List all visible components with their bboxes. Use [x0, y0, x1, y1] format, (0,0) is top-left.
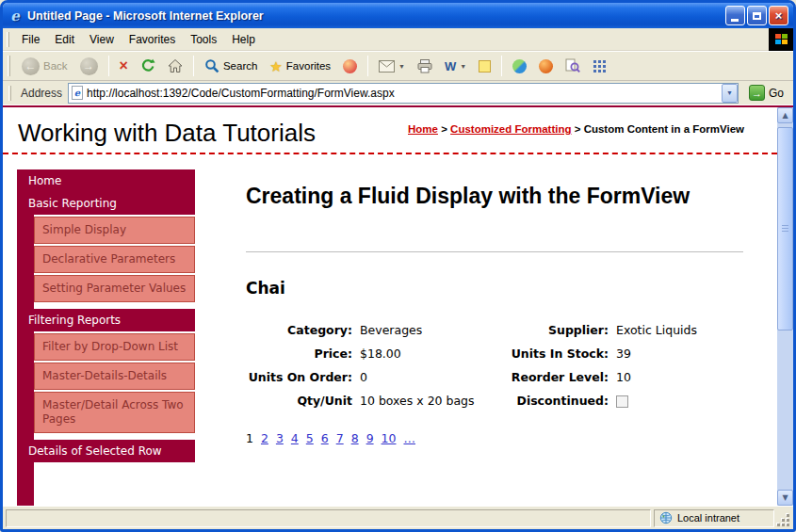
product-details: Category: Beverages Supplier: Exotic Liq… — [246, 322, 743, 409]
menu-file[interactable]: File — [15, 30, 46, 49]
stop-icon: × — [120, 58, 128, 73]
field-value: 39 — [613, 346, 743, 362]
windows-logo — [769, 28, 793, 51]
sidebar-item-master-detail-across-two-pages[interactable]: Master/Detail Across Two Pages — [34, 392, 195, 433]
mail-icon — [379, 60, 395, 73]
scrollbar-track[interactable] — [777, 123, 793, 490]
breadcrumb-link-customized-formatting[interactable]: Customized Formatting — [450, 123, 571, 135]
sidebar-item-home[interactable]: Home — [17, 169, 195, 192]
refresh-button[interactable] — [136, 56, 160, 75]
scroll-down-button[interactable]: ▼ — [777, 490, 793, 506]
field-label: Supplier: — [508, 322, 613, 338]
mail-button[interactable]: ▼ — [374, 58, 410, 74]
edit-button[interactable]: W ▼ — [440, 57, 471, 75]
sidebar-item-filter-by-drop-down-list[interactable]: Filter by Drop-Down List — [34, 333, 195, 361]
field-label: Reorder Level: — [508, 369, 613, 385]
media-addon-button[interactable] — [534, 57, 558, 75]
window-controls: × — [725, 6, 788, 25]
breadcrumb-separator: > — [441, 123, 447, 135]
pager-link[interactable]: 5 — [306, 431, 314, 445]
favorites-button[interactable]: ★ Favorites — [265, 57, 335, 75]
pager-link[interactable]: 4 — [291, 431, 299, 445]
sidebar-item-filtering-reports[interactable]: Filtering Reports — [17, 309, 195, 331]
resize-grip[interactable] — [777, 509, 790, 527]
toolbar-drag-handle[interactable] — [8, 86, 11, 101]
titlebar: e Untitled Page - Microsoft Internet Exp… — [3, 3, 793, 28]
pager-link[interactable]: 10 — [382, 431, 397, 445]
scroll-up-button[interactable]: ▲ — [777, 107, 793, 123]
refresh-icon — [140, 58, 155, 73]
vertical-scrollbar[interactable]: ▲ ▼ — [777, 107, 793, 506]
go-button[interactable]: → Go — [744, 84, 788, 102]
breadcrumb: Home > Customized Formatting > Custom Co… — [408, 119, 764, 137]
discuss-button[interactable] — [474, 58, 495, 74]
dropdown-arrow-icon: ▼ — [460, 63, 466, 70]
site-title: Working with Data Tutorials — [18, 119, 408, 147]
home-button[interactable] — [163, 56, 187, 75]
field-value: $18.00 — [357, 346, 508, 362]
menu-help[interactable]: Help — [225, 30, 262, 49]
media-button[interactable] — [338, 57, 362, 75]
field-value: 10 boxes x 20 bags — [357, 393, 508, 409]
research-button[interactable] — [560, 56, 585, 75]
toolbar-separator — [193, 56, 194, 76]
stop-button[interactable]: × — [115, 56, 133, 75]
menu-edit[interactable]: Edit — [48, 30, 81, 49]
toolbar-drag-handle[interactable] — [7, 32, 9, 47]
field-value: 0 — [357, 369, 508, 385]
back-button[interactable]: ← Back — [17, 56, 73, 77]
search-label: Search — [223, 60, 257, 72]
page-viewport: Working with Data Tutorials Home > Custo… — [3, 105, 793, 506]
menu-bar: File Edit View Favorites Tools Help — [3, 28, 793, 51]
word-edit-icon: W — [445, 59, 456, 73]
go-label: Go — [769, 87, 784, 100]
address-input[interactable] — [87, 85, 722, 102]
menu-tools[interactable]: Tools — [184, 30, 223, 49]
pager: 1 2 3 4 5 6 7 8 9 10 … — [246, 431, 743, 445]
status-message-panel — [6, 509, 651, 527]
maximize-button[interactable] — [747, 6, 767, 25]
sidebar-item-basic-reporting[interactable]: Basic Reporting — [17, 192, 195, 215]
scrollbar-thumb[interactable] — [777, 127, 793, 330]
address-label: Address — [21, 87, 62, 100]
search-button[interactable]: Search — [200, 56, 262, 75]
menu-view[interactable]: View — [83, 30, 121, 49]
pager-link[interactable]: 3 — [276, 431, 284, 445]
toolbar-drag-handle[interactable] — [8, 56, 10, 76]
sidebar-item-details-of-selected-row[interactable]: Details of Selected Row — [17, 440, 195, 462]
status-bar: Local intranet — [3, 506, 793, 529]
pager-link[interactable]: … — [403, 431, 415, 445]
messenger-icon — [512, 59, 527, 73]
pager-link[interactable]: 8 — [351, 431, 359, 445]
sidebar-item-simple-display[interactable]: Simple Display — [34, 217, 195, 244]
search-icon — [204, 58, 219, 73]
sidebar-item-master-details-details[interactable]: Master-Details-Details — [34, 363, 195, 390]
sidebar-nav: Home Basic Reporting Simple Display Decl… — [17, 169, 195, 506]
pager-link[interactable]: 7 — [336, 431, 344, 445]
go-icon: → — [749, 85, 765, 101]
pager-link[interactable]: 9 — [366, 431, 374, 445]
dropdown-arrow-icon: ▼ — [398, 63, 405, 70]
globe-icon — [659, 511, 673, 524]
ie-logo-icon: e — [8, 8, 23, 24]
breadcrumb-separator: > — [575, 123, 581, 135]
favorites-label: Favorites — [286, 60, 331, 72]
sidebar-item-setting-parameter-values[interactable]: Setting Parameter Values — [34, 275, 195, 302]
menu-favorites[interactable]: Favorites — [122, 30, 182, 49]
apps-grid-icon — [593, 59, 607, 73]
toolbar-separator — [501, 56, 502, 76]
apps-grid-button[interactable] — [588, 57, 611, 75]
messenger-button[interactable] — [508, 57, 531, 75]
sidebar-item-declarative-parameters[interactable]: Declarative Parameters — [34, 246, 195, 273]
forward-button[interactable]: → — [75, 56, 103, 77]
close-button[interactable]: × — [769, 6, 788, 25]
minimize-button[interactable] — [725, 6, 745, 25]
page-favicon: e — [72, 86, 83, 100]
pager-link[interactable]: 6 — [321, 431, 329, 445]
breadcrumb-link-home[interactable]: Home — [408, 123, 438, 135]
print-button[interactable] — [413, 56, 437, 75]
address-bar: Address e ▼ → Go — [3, 81, 793, 105]
pager-link[interactable]: 2 — [261, 431, 268, 445]
media-addon-icon — [539, 59, 553, 73]
address-dropdown-button[interactable]: ▼ — [722, 84, 738, 103]
